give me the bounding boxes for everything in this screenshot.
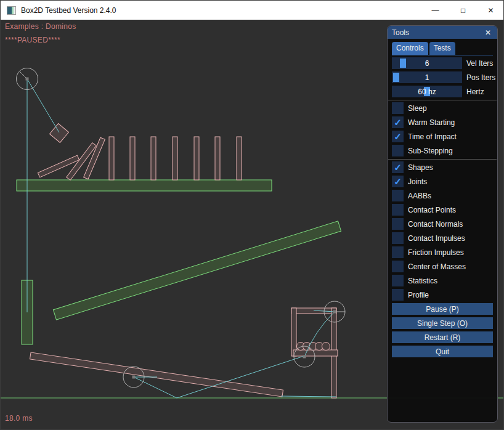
checkbox-sleep[interactable]: [392, 102, 404, 114]
checkbox-label-joints: Joints: [408, 177, 427, 186]
app-icon: [7, 6, 16, 15]
checkbox-contact-impulses[interactable]: [392, 232, 404, 244]
checkbox-time-of-impact[interactable]: ✓: [392, 131, 404, 142]
checkbox-row-contact-points[interactable]: Contact Points: [392, 204, 493, 216]
app-window: Box2D Testbed Version 2.4.0 — □ ✕: [0, 0, 504, 430]
checkbox-label-contact-normals: Contact Normals: [408, 220, 463, 229]
falling-dominos: [38, 137, 105, 180]
checkbox-center-of-masses[interactable]: [392, 261, 404, 272]
checkbox-label-contact-points: Contact Points: [408, 206, 456, 214]
cradle-balls: [297, 343, 330, 351]
minimize-icon: —: [432, 6, 439, 15]
tools-panel: Tools ✕ Controls Tests 6Vel Iters1Pos It…: [387, 25, 498, 423]
separator: [388, 159, 497, 160]
checkbox-row-contact-impulses[interactable]: Contact Impulses: [392, 232, 493, 244]
checkbox-row-friction-impulses[interactable]: Friction Impulses: [392, 246, 493, 258]
button-rows: Pause (P)Single Step (O)Restart (R)Quit: [392, 303, 493, 357]
checkbox-shapes[interactable]: ✓: [392, 161, 404, 173]
anchor-markers: [26, 78, 336, 379]
checkbox-row-profile[interactable]: Profile: [392, 289, 493, 301]
checkmark-icon: ✓: [394, 176, 402, 187]
slider-row-pos-iters: 1Pos Iters: [392, 71, 493, 83]
checkbox-label-friction-impulses: Friction Impulses: [408, 248, 464, 257]
bottom-plank: [30, 352, 283, 397]
checkbox-row-sleep[interactable]: Sleep: [392, 102, 493, 114]
checkbox-warm-starting[interactable]: ✓: [392, 116, 404, 128]
panel-close-icon[interactable]: ✕: [483, 28, 493, 37]
paused-status: ****PAUSED****: [5, 36, 60, 44]
minimize-button[interactable]: —: [421, 1, 449, 20]
checkbox-aabbs[interactable]: [392, 190, 404, 201]
checkmark-icon: ✓: [394, 161, 402, 173]
checkbox-label-center-of-masses: Center of Masses: [408, 262, 466, 271]
checkbox-label-statistics: Statistics: [408, 277, 437, 285]
slider-label-vel-iters: Vel Iters: [466, 59, 493, 68]
checkbox-contact-normals[interactable]: [392, 218, 404, 230]
checkbox-friction-impulses[interactable]: [392, 246, 404, 258]
slider-value-vel-iters: 6: [392, 57, 462, 69]
green-ramp: [53, 221, 341, 320]
close-button[interactable]: ✕: [477, 1, 504, 20]
checkbox-rows: Sleep✓Warm Starting✓Time of ImpactSub-St…: [392, 100, 493, 301]
window-controls: — □ ✕: [421, 1, 504, 20]
checkmark-icon: ✓: [394, 116, 402, 128]
slider-label-pos-iters: Pos Iters: [466, 73, 495, 82]
panel-title: Tools: [392, 28, 483, 37]
checkbox-row-time-of-impact[interactable]: ✓Time of Impact: [392, 131, 493, 142]
pendulum-box: [50, 124, 69, 143]
checkbox-row-sub-stepping[interactable]: Sub-Stepping: [392, 145, 493, 156]
checkbox-label-sub-stepping: Sub-Stepping: [408, 147, 453, 155]
checkbox-profile[interactable]: [392, 289, 404, 301]
slider-hertz[interactable]: 60 hz: [392, 86, 462, 97]
slider-value-hertz: 60 hz: [392, 86, 462, 97]
slider-row-hertz: 60 hzHertz: [392, 86, 493, 97]
checkbox-label-time-of-impact: Time of Impact: [408, 132, 457, 141]
checkbox-sub-stepping[interactable]: [392, 145, 404, 156]
domino-platform: [17, 180, 272, 191]
frame-time: 18.0 ms: [5, 414, 33, 423]
checkbox-row-joints[interactable]: ✓Joints: [392, 176, 493, 187]
maximize-button[interactable]: □: [449, 1, 477, 20]
close-icon: ✕: [487, 6, 494, 15]
example-title: Examples : Dominos: [5, 22, 76, 31]
slider-value-pos-iters: 1: [392, 71, 462, 83]
checkbox-row-statistics[interactable]: Statistics: [392, 275, 493, 286]
checkbox-joints[interactable]: ✓: [392, 176, 404, 187]
single-step-o-button[interactable]: Single Step (O): [392, 317, 493, 329]
slider-row-vel-iters: 6Vel Iters: [392, 57, 493, 69]
restart-r-button[interactable]: Restart (R): [392, 331, 493, 343]
checkbox-contact-points[interactable]: [392, 204, 404, 216]
checkbox-row-aabbs[interactable]: AABBs: [392, 190, 493, 201]
tab-controls[interactable]: Controls: [392, 42, 428, 55]
pause-p-button[interactable]: Pause (P): [392, 303, 493, 315]
checkbox-row-contact-normals[interactable]: Contact Normals: [392, 218, 493, 230]
maximize-icon: □: [461, 6, 465, 15]
quit-button[interactable]: Quit: [392, 346, 493, 357]
checkbox-label-sleep: Sleep: [408, 104, 427, 113]
panel-body: Controls Tests 6Vel Iters1Pos Iters60 hz…: [388, 42, 497, 357]
tab-tests[interactable]: Tests: [429, 42, 455, 55]
checkbox-row-center-of-masses[interactable]: Center of Masses: [392, 261, 493, 272]
checkbox-label-shapes: Shapes: [408, 163, 433, 172]
separator: [388, 100, 497, 100]
checkbox-row-warm-starting[interactable]: ✓Warm Starting: [392, 116, 493, 128]
checkbox-label-contact-impulses: Contact Impulses: [408, 234, 465, 243]
slider-pos-iters[interactable]: 1: [392, 71, 462, 83]
checkbox-row-shapes[interactable]: ✓Shapes: [392, 161, 493, 173]
upright-dominos: [109, 137, 242, 180]
checkmark-icon: ✓: [394, 131, 402, 142]
window-titlebar[interactable]: Box2D Testbed Version 2.4.0 — □ ✕: [1, 1, 504, 20]
checkbox-label-profile: Profile: [408, 291, 429, 299]
window-title: Box2D Testbed Version 2.4.0: [21, 6, 116, 15]
simulation-canvas[interactable]: Examples : Dominos ****PAUSED**** 18.0 m…: [1, 20, 504, 430]
checkbox-statistics[interactable]: [392, 275, 404, 286]
checkbox-label-aabbs: AABBs: [408, 192, 431, 200]
slider-label-hertz: Hertz: [466, 87, 484, 96]
tools-panel-titlebar[interactable]: Tools ✕: [388, 26, 497, 39]
slider-vel-iters[interactable]: 6: [392, 57, 462, 69]
slider-rows: 6Vel Iters1Pos Iters60 hzHertz: [392, 57, 493, 97]
checkbox-label-warm-starting: Warm Starting: [408, 118, 455, 127]
tab-bar: Controls Tests: [392, 42, 493, 55]
